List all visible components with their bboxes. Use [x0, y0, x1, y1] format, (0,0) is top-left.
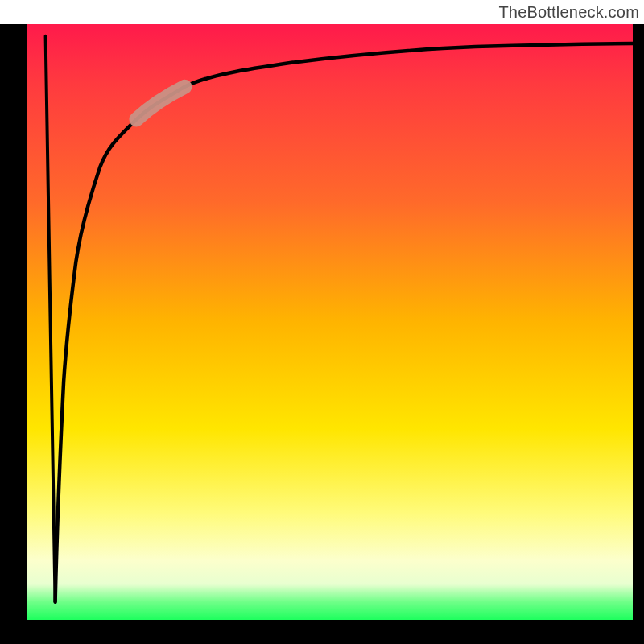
attribution-text: TheBottleneck.com: [498, 3, 639, 22]
curve-main-smooth: [56, 43, 633, 602]
curve-downstroke: [46, 36, 56, 602]
y-axis: [23, 19, 27, 642]
chart-container: TheBottleneck.com: [0, 0, 644, 644]
curve-highlight-segment: [136, 87, 184, 120]
x-axis: [8, 620, 644, 625]
curve-main: [56, 102, 185, 602]
curve-layer: [27, 24, 633, 620]
header-strip: TheBottleneck.com: [0, 0, 644, 24]
